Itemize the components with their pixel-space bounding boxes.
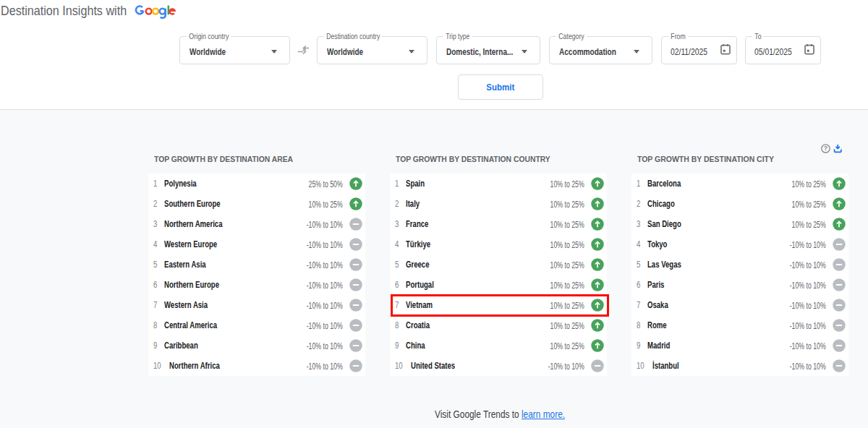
svg-text:?: ? (824, 145, 827, 152)
